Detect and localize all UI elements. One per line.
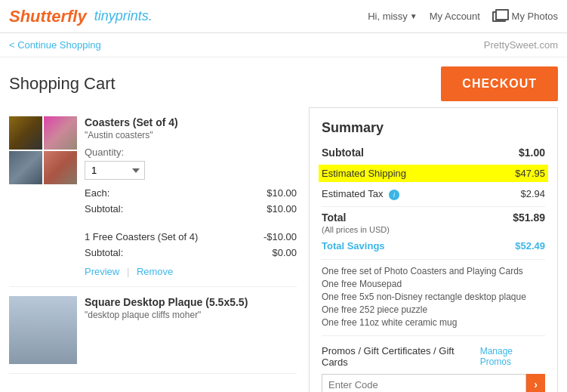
preview-link[interactable]: Preview xyxy=(85,266,119,277)
tax-row: Estimated Tax i $2.94 xyxy=(322,188,545,200)
cart-item-2-details: Square Desktop Plaque (5.5x5.5) "desktop… xyxy=(85,296,297,364)
shipping-value: $47.95 xyxy=(515,168,545,179)
subheader: Continue Shopping PrettySweet.com xyxy=(0,33,567,57)
free-subtotal-price: $0.00 xyxy=(272,247,297,258)
tinyprints-logo: tinyprints. xyxy=(94,8,153,24)
tax-info-icon[interactable]: i xyxy=(389,190,399,200)
remove-link[interactable]: Remove xyxy=(137,266,173,277)
greeting: Hi, missy ▼ xyxy=(368,11,418,22)
cart-items: Coasters (Set of 4) "Austin coasters" Qu… xyxy=(9,107,297,392)
cart-item-details: Coasters (Set of 4) "Austin coasters" Qu… xyxy=(85,116,297,277)
continue-shopping-link[interactable]: Continue Shopping xyxy=(9,39,101,51)
page-title-row: Shopping Cart CHECKOUT xyxy=(0,57,567,107)
total-row: Total $51.89 xyxy=(322,211,545,224)
free-subtotal-label: Subtotal: xyxy=(85,247,123,258)
pretty-sweet-label: PrettySweet.com xyxy=(484,39,558,51)
free-subtotal-row: Subtotal: $0.00 xyxy=(85,247,297,258)
item-name: Coasters (Set of 4) xyxy=(85,116,297,128)
page-title: Shopping Cart xyxy=(9,74,116,94)
item-subtitle: "Austin coasters" xyxy=(85,130,297,140)
each-label: Each: xyxy=(85,187,109,199)
total-label: Total xyxy=(322,211,346,224)
subtotal-value: $1.00 xyxy=(519,147,545,159)
my-photos-link[interactable]: My Photos xyxy=(492,11,558,23)
free-item-5: One free 11oz white ceramic mug xyxy=(322,317,545,328)
product-image-2 xyxy=(44,116,77,150)
savings-row: Total Savings $52.49 xyxy=(322,240,545,252)
dropdown-arrow-icon[interactable]: ▼ xyxy=(410,12,418,20)
tax-value: $2.94 xyxy=(520,188,545,200)
tax-label: Estimated Tax i xyxy=(322,188,399,200)
product-image-5 xyxy=(9,296,77,364)
product-image-4 xyxy=(44,151,77,184)
free-item-3: One free 5x5 non-Disney rectangle deskto… xyxy=(322,292,545,302)
cart-item-2: Square Desktop Plaque (5.5x5.5) "desktop… xyxy=(9,287,297,374)
shutterfly-logo: Shutterfly xyxy=(9,7,87,26)
total-sub: (All prices in USD) xyxy=(322,225,545,234)
manage-promos-link[interactable]: Manage Promos xyxy=(480,346,545,367)
promos-section: Promos / Gift Certificates / Gift Cards … xyxy=(322,335,545,392)
total-value: $51.89 xyxy=(513,211,545,224)
summary-title: Summary xyxy=(322,120,545,136)
free-item-price: -$10.00 xyxy=(263,231,297,242)
promo-input-row: › xyxy=(322,374,545,392)
main-content: Coasters (Set of 4) "Austin coasters" Qu… xyxy=(0,107,567,392)
shipping-row: Estimated Shipping $47.95 xyxy=(319,165,548,182)
product-image-3 xyxy=(9,151,42,184)
item-actions: Preview | Remove xyxy=(85,266,297,277)
promo-code-input[interactable] xyxy=(322,374,526,392)
item-2-subtitle: "desktop plaque cliffs moher" xyxy=(85,310,297,320)
actions-divider: | xyxy=(127,266,129,277)
subtotal-row: Subtotal: $10.00 xyxy=(85,203,297,215)
product-image-1 xyxy=(9,116,42,150)
quantity-label: Quantity: xyxy=(85,147,297,158)
shipping-label: Estimated Shipping xyxy=(322,168,406,179)
photos-icon xyxy=(492,11,506,22)
free-item-4: One free 252 piece puzzle xyxy=(322,304,545,315)
checkout-button[interactable]: CHECKOUT xyxy=(441,66,558,101)
item-2-name: Square Desktop Plaque (5.5x5.5) xyxy=(85,296,297,308)
cart-item-top: Coasters (Set of 4) "Austin coasters" Qu… xyxy=(9,116,297,277)
quantity-select[interactable]: 1 2 3 xyxy=(85,161,145,180)
savings-value: $52.49 xyxy=(515,240,545,252)
promos-label: Promos / Gift Certificates / Gift Cards xyxy=(322,345,480,368)
promo-submit-button[interactable]: › xyxy=(526,374,545,392)
each-price-row: Each: $10.00 xyxy=(85,187,297,199)
header-right: Hi, missy ▼ My Account My Photos xyxy=(368,11,558,23)
product-images xyxy=(9,116,77,184)
summary-panel: Summary Subtotal $1.00 Estimated Shippin… xyxy=(309,107,558,392)
cart-item-2-top: Square Desktop Plaque (5.5x5.5) "desktop… xyxy=(9,296,297,364)
free-item-label: 1 Free Coasters (Set of 4) xyxy=(85,231,198,242)
total-separator xyxy=(322,206,545,207)
cart-item: Coasters (Set of 4) "Austin coasters" Qu… xyxy=(9,107,297,287)
free-item-1: One free set of Photo Coasters and Playi… xyxy=(322,266,545,276)
each-price: $10.00 xyxy=(267,187,297,199)
subtotal-row: Subtotal $1.00 xyxy=(322,147,545,159)
free-item-row: 1 Free Coasters (Set of 4) -$10.00 xyxy=(85,231,297,242)
subtotal-price: $10.00 xyxy=(267,203,297,215)
free-items-list: One free set of Photo Coasters and Playi… xyxy=(322,259,545,328)
promos-header: Promos / Gift Certificates / Gift Cards … xyxy=(322,345,545,368)
my-account-link[interactable]: My Account xyxy=(430,11,480,22)
subtotal-label: Subtotal: xyxy=(85,203,123,215)
subtotal-label: Subtotal xyxy=(322,147,364,159)
header: Shutterfly tinyprints. Hi, missy ▼ My Ac… xyxy=(0,0,567,33)
savings-label: Total Savings xyxy=(322,240,385,252)
free-item-2: One free Mousepad xyxy=(322,279,545,289)
